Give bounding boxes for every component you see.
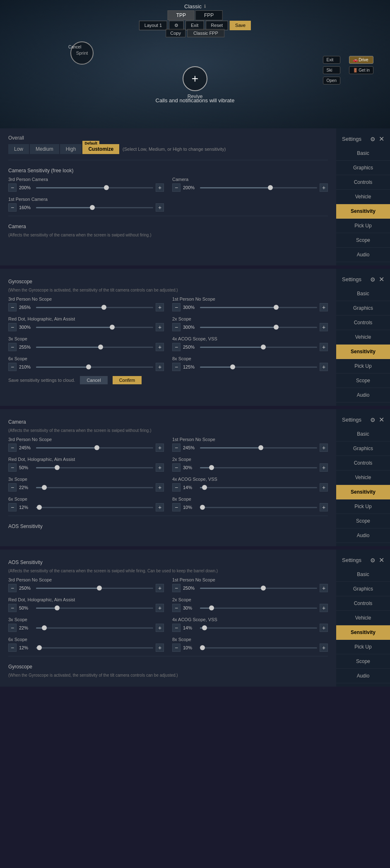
ads-track-1[interactable] <box>200 588 317 589</box>
cam-track-3[interactable] <box>200 467 317 468</box>
cancel-button[interactable]: Cancel <box>68 45 81 49</box>
ads-track-6[interactable] <box>36 647 153 649</box>
ads-track-0[interactable] <box>36 588 153 589</box>
sidebar-graphics-2[interactable]: Graphics <box>336 301 390 316</box>
ads-track-7[interactable] <box>200 647 317 649</box>
sidebar-audio-2[interactable]: Audio <box>336 388 390 403</box>
gyro-plus-6[interactable]: + <box>156 363 164 371</box>
cam-track-6[interactable] <box>36 507 153 508</box>
cam-plus-4[interactable]: + <box>156 483 164 492</box>
gyro-plus-1[interactable]: + <box>320 303 328 311</box>
sidebar-graphics-3[interactable]: Graphics <box>336 441 390 456</box>
sidebar-controls-1[interactable]: Controls <box>336 175 390 190</box>
gyro-minus-7[interactable]: − <box>172 363 181 371</box>
gyro-minus-4[interactable]: − <box>8 343 17 351</box>
exit-action[interactable]: Exit <box>323 56 340 64</box>
cloud-confirm-btn[interactable]: Confirm <box>113 376 142 384</box>
gyro-track-7[interactable] <box>200 366 317 368</box>
cam-track-2[interactable] <box>36 467 153 468</box>
cam-minus-2[interactable]: − <box>8 463 17 472</box>
ads-track-2[interactable] <box>36 608 153 609</box>
sidebar-graphics-1[interactable]: Graphics <box>336 161 390 175</box>
cam-plus-2[interactable]: + <box>156 463 164 472</box>
cam-minus-3[interactable]: − <box>172 463 181 472</box>
ads-track-4[interactable] <box>36 627 153 629</box>
cam-track-0[interactable] <box>36 447 153 448</box>
settings-close-icon-2[interactable]: ✕ <box>379 275 384 283</box>
ads-minus-3[interactable]: − <box>172 604 181 612</box>
tab-low[interactable]: Low <box>8 144 29 154</box>
gyro-plus-3[interactable]: + <box>320 323 328 331</box>
cam-track-7[interactable] <box>200 507 317 508</box>
slider-plus-camera[interactable]: + <box>320 183 328 192</box>
ads-plus-7[interactable]: + <box>320 644 328 652</box>
ads-minus-4[interactable]: − <box>8 624 17 632</box>
settings-gear-icon[interactable]: ⚙ <box>370 136 376 142</box>
cam-minus-7[interactable]: − <box>172 503 181 511</box>
ads-minus-6[interactable]: − <box>8 644 17 652</box>
gyro-track-4[interactable] <box>36 347 153 348</box>
sidebar-scope-3[interactable]: Scope <box>336 514 390 528</box>
gyro-minus-6[interactable]: − <box>8 363 17 371</box>
sidebar-pickup-3[interactable]: Pick Up <box>336 499 390 514</box>
sidebar-vehicle-3[interactable]: Vehicle <box>336 470 390 485</box>
sidebar-scope-1[interactable]: Scope <box>336 233 390 248</box>
cam-track-1[interactable] <box>200 447 317 448</box>
sidebar-sensitivity-3[interactable]: Sensitivity <box>336 485 390 499</box>
ads-plus-2[interactable]: + <box>156 604 164 612</box>
sidebar-basic-2[interactable]: Basic <box>336 287 390 301</box>
slider-track-camera[interactable] <box>200 187 317 188</box>
sidebar-scope-2[interactable]: Scope <box>336 374 390 388</box>
sidebar-basic-3[interactable]: Basic <box>336 427 390 441</box>
ads-minus-0[interactable]: − <box>8 584 17 592</box>
settings-gear-icon-2[interactable]: ⚙ <box>370 276 376 283</box>
cam-minus-4[interactable]: − <box>8 483 17 492</box>
ads-plus-4[interactable]: + <box>156 624 164 632</box>
gyro-minus-1[interactable]: − <box>172 303 181 311</box>
settings-close-icon-4[interactable]: ✕ <box>379 556 384 564</box>
revive-button[interactable]: + <box>183 66 207 91</box>
gyro-minus-0[interactable]: − <box>8 303 17 311</box>
gyro-track-5[interactable] <box>200 347 317 348</box>
sidebar-scope-4[interactable]: Scope <box>336 654 390 669</box>
sidebar-basic-4[interactable]: Basic <box>336 567 390 582</box>
sidebar-pickup-4[interactable]: Pick Up <box>336 640 390 654</box>
tab-high[interactable]: High <box>60 144 82 154</box>
cam-plus-3[interactable]: + <box>320 463 328 472</box>
ads-minus-1[interactable]: − <box>172 584 181 592</box>
slider-plus-1st[interactable]: + <box>156 203 164 212</box>
copy-btn[interactable]: Copy <box>166 29 185 37</box>
ads-minus-2[interactable]: − <box>8 604 17 612</box>
cam-plus-1[interactable]: + <box>320 444 328 452</box>
gyro-plus-2[interactable]: + <box>156 323 164 331</box>
sidebar-audio-1[interactable]: Audio <box>336 248 390 262</box>
sidebar-controls-3[interactable]: Controls <box>336 456 390 470</box>
settings-gear-icon-3[interactable]: ⚙ <box>370 417 376 423</box>
ads-plus-1[interactable]: + <box>320 584 328 592</box>
cam-plus-6[interactable]: + <box>156 503 164 511</box>
sidebar-basic-1[interactable]: Basic <box>336 146 390 161</box>
sidebar-sensitivity-1[interactable]: Sensitivity <box>336 204 390 219</box>
tab-medium[interactable]: Medium <box>30 144 59 154</box>
save-btn[interactable]: Save <box>230 21 251 30</box>
gyro-track-2[interactable] <box>36 327 153 328</box>
gyro-plus-5[interactable]: + <box>320 343 328 351</box>
slider-minus-3rd[interactable]: − <box>8 183 17 192</box>
settings-close-icon-3[interactable]: ✕ <box>379 416 384 424</box>
sidebar-pickup-1[interactable]: Pick Up <box>336 219 390 233</box>
sidebar-vehicle-2[interactable]: Vehicle <box>336 330 390 345</box>
ski-action[interactable]: Ski <box>323 66 340 74</box>
cam-minus-0[interactable]: − <box>8 444 17 452</box>
cam-plus-7[interactable]: + <box>320 503 328 511</box>
cloud-cancel-btn[interactable]: Cancel <box>80 376 107 384</box>
cam-track-4[interactable] <box>36 487 153 488</box>
gyro-plus-0[interactable]: + <box>156 303 164 311</box>
open-action[interactable]: Open <box>323 77 340 84</box>
ads-plus-6[interactable]: + <box>156 644 164 652</box>
gyro-track-6[interactable] <box>36 366 153 368</box>
sidebar-sensitivity-2[interactable]: Sensitivity <box>336 345 390 359</box>
ads-track-5[interactable] <box>200 627 317 629</box>
gyro-track-0[interactable] <box>36 307 153 308</box>
ads-track-3[interactable] <box>200 608 317 609</box>
cam-plus-5[interactable]: + <box>320 483 328 492</box>
